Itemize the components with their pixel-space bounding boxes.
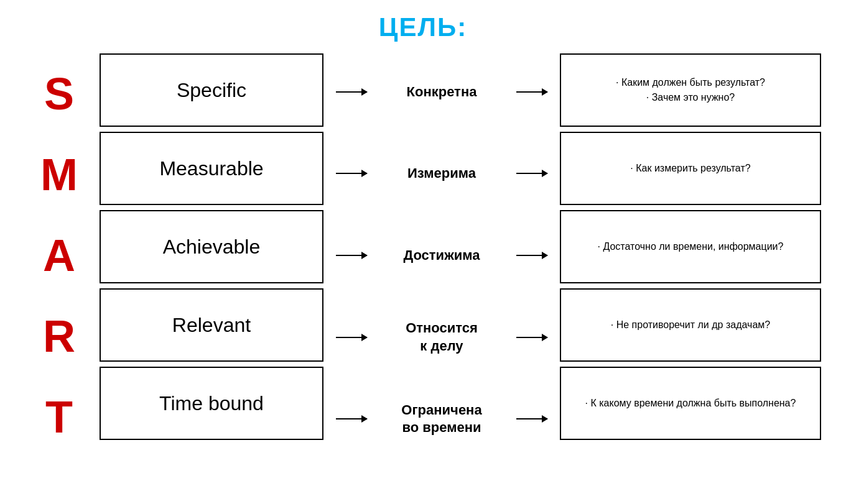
arrow1-S: [323, 55, 379, 129]
english-box-S: Specific: [100, 53, 323, 127]
arrow-line: [336, 173, 367, 174]
arrow2-R: [504, 301, 560, 374]
arrow1-R: [323, 301, 379, 374]
russian-cell-R: Относится к делу: [379, 301, 504, 374]
russian-cell-S: Конкретна: [379, 55, 504, 129]
russian-cell-T: Ограничена во времени: [379, 382, 504, 456]
english-boxes-column: SpecificMeasurableAchievableRelevantTime…: [100, 53, 323, 457]
english-box-M: Measurable: [100, 132, 323, 205]
description-column: · Каким должен быть результат? · Зачем э…: [560, 53, 821, 457]
russian-cell-A: Достижима: [379, 219, 504, 292]
letter-S: S: [25, 53, 93, 134]
arrow1-A: [323, 219, 379, 292]
arrow-line: [336, 418, 367, 419]
arrow-line: [516, 337, 547, 338]
arrow1-T: [323, 382, 379, 456]
arrow-line: [336, 337, 367, 338]
english-box-A: Achievable: [100, 210, 323, 283]
arrow-line: [516, 418, 547, 419]
arrow-line: [516, 173, 547, 174]
letters-column: SMART: [25, 53, 93, 457]
arrow-line: [516, 91, 547, 93]
arrow-line: [336, 255, 367, 256]
desc-box-M: · Как измерить результат?: [560, 132, 821, 205]
arrow-line: [336, 91, 367, 93]
letter-M: M: [25, 134, 93, 215]
second-arrows-column: [504, 53, 560, 457]
russian-column: КонкретнаИзмеримаДостижимаОтносится к де…: [379, 53, 504, 457]
arrow2-M: [504, 137, 560, 210]
letter-R: R: [25, 296, 93, 377]
arrow-line: [516, 255, 547, 256]
letter-T: T: [25, 377, 93, 457]
russian-cell-M: Измерима: [379, 137, 504, 210]
smart-diagram: SMART SpecificMeasurableAchievableReleva…: [25, 53, 821, 457]
desc-box-R: · Не противоречит ли др задачам?: [560, 288, 821, 362]
first-arrows-column: [323, 53, 379, 457]
desc-box-S: · Каким должен быть результат? · Зачем э…: [560, 53, 821, 127]
desc-box-T: · К какому времени должна быть выполнена…: [560, 367, 821, 440]
desc-box-A: · Достаточно ли времени, информации?: [560, 210, 821, 283]
arrow2-A: [504, 219, 560, 292]
arrow1-M: [323, 137, 379, 210]
english-box-T: Time bound: [100, 367, 323, 440]
page-title: ЦЕЛЬ:: [379, 12, 467, 42]
arrow2-S: [504, 55, 560, 129]
arrow2-T: [504, 382, 560, 456]
letter-A: A: [25, 215, 93, 296]
english-box-R: Relevant: [100, 288, 323, 362]
